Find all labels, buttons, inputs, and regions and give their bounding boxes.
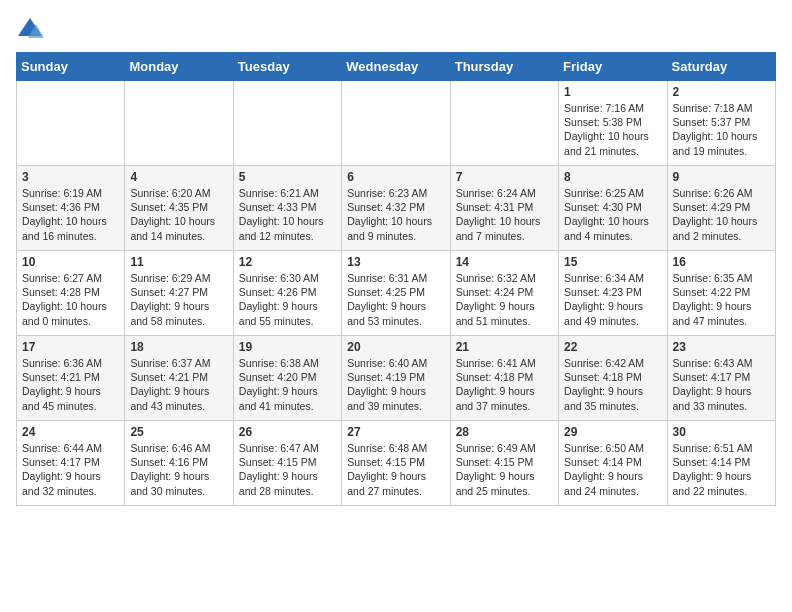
header-day-tuesday: Tuesday — [233, 53, 341, 81]
header-day-saturday: Saturday — [667, 53, 775, 81]
calendar-cell — [450, 81, 558, 166]
day-info: Sunrise: 6:35 AM Sunset: 4:22 PM Dayligh… — [673, 271, 770, 328]
calendar-cell: 13Sunrise: 6:31 AM Sunset: 4:25 PM Dayli… — [342, 251, 450, 336]
calendar-week-5: 24Sunrise: 6:44 AM Sunset: 4:17 PM Dayli… — [17, 421, 776, 506]
calendar-cell: 25Sunrise: 6:46 AM Sunset: 4:16 PM Dayli… — [125, 421, 233, 506]
calendar-cell: 5Sunrise: 6:21 AM Sunset: 4:33 PM Daylig… — [233, 166, 341, 251]
calendar-cell — [125, 81, 233, 166]
day-info: Sunrise: 6:41 AM Sunset: 4:18 PM Dayligh… — [456, 356, 553, 413]
day-number: 6 — [347, 170, 444, 184]
day-info: Sunrise: 6:48 AM Sunset: 4:15 PM Dayligh… — [347, 441, 444, 498]
calendar-cell: 30Sunrise: 6:51 AM Sunset: 4:14 PM Dayli… — [667, 421, 775, 506]
day-info: Sunrise: 6:47 AM Sunset: 4:15 PM Dayligh… — [239, 441, 336, 498]
day-number: 27 — [347, 425, 444, 439]
calendar-cell: 11Sunrise: 6:29 AM Sunset: 4:27 PM Dayli… — [125, 251, 233, 336]
calendar-cell — [233, 81, 341, 166]
day-number: 8 — [564, 170, 661, 184]
day-info: Sunrise: 6:51 AM Sunset: 4:14 PM Dayligh… — [673, 441, 770, 498]
day-number: 4 — [130, 170, 227, 184]
day-number: 11 — [130, 255, 227, 269]
day-info: Sunrise: 6:26 AM Sunset: 4:29 PM Dayligh… — [673, 186, 770, 243]
day-info: Sunrise: 6:31 AM Sunset: 4:25 PM Dayligh… — [347, 271, 444, 328]
day-info: Sunrise: 6:19 AM Sunset: 4:36 PM Dayligh… — [22, 186, 119, 243]
calendar-cell: 20Sunrise: 6:40 AM Sunset: 4:19 PM Dayli… — [342, 336, 450, 421]
day-info: Sunrise: 6:27 AM Sunset: 4:28 PM Dayligh… — [22, 271, 119, 328]
day-number: 19 — [239, 340, 336, 354]
calendar-cell: 17Sunrise: 6:36 AM Sunset: 4:21 PM Dayli… — [17, 336, 125, 421]
day-info: Sunrise: 6:38 AM Sunset: 4:20 PM Dayligh… — [239, 356, 336, 413]
day-number: 2 — [673, 85, 770, 99]
calendar-week-3: 10Sunrise: 6:27 AM Sunset: 4:28 PM Dayli… — [17, 251, 776, 336]
logo — [16, 16, 48, 44]
day-number: 14 — [456, 255, 553, 269]
day-number: 22 — [564, 340, 661, 354]
day-info: Sunrise: 6:40 AM Sunset: 4:19 PM Dayligh… — [347, 356, 444, 413]
calendar-week-4: 17Sunrise: 6:36 AM Sunset: 4:21 PM Dayli… — [17, 336, 776, 421]
day-number: 7 — [456, 170, 553, 184]
day-info: Sunrise: 6:20 AM Sunset: 4:35 PM Dayligh… — [130, 186, 227, 243]
day-info: Sunrise: 6:24 AM Sunset: 4:31 PM Dayligh… — [456, 186, 553, 243]
day-number: 12 — [239, 255, 336, 269]
calendar-cell: 9Sunrise: 6:26 AM Sunset: 4:29 PM Daylig… — [667, 166, 775, 251]
calendar-cell: 16Sunrise: 6:35 AM Sunset: 4:22 PM Dayli… — [667, 251, 775, 336]
day-info: Sunrise: 6:50 AM Sunset: 4:14 PM Dayligh… — [564, 441, 661, 498]
day-number: 1 — [564, 85, 661, 99]
calendar-cell: 19Sunrise: 6:38 AM Sunset: 4:20 PM Dayli… — [233, 336, 341, 421]
calendar-cell: 29Sunrise: 6:50 AM Sunset: 4:14 PM Dayli… — [559, 421, 667, 506]
calendar-cell: 23Sunrise: 6:43 AM Sunset: 4:17 PM Dayli… — [667, 336, 775, 421]
day-number: 30 — [673, 425, 770, 439]
day-info: Sunrise: 6:21 AM Sunset: 4:33 PM Dayligh… — [239, 186, 336, 243]
day-info: Sunrise: 6:43 AM Sunset: 4:17 PM Dayligh… — [673, 356, 770, 413]
day-number: 23 — [673, 340, 770, 354]
calendar-cell: 18Sunrise: 6:37 AM Sunset: 4:21 PM Dayli… — [125, 336, 233, 421]
day-number: 26 — [239, 425, 336, 439]
day-info: Sunrise: 6:29 AM Sunset: 4:27 PM Dayligh… — [130, 271, 227, 328]
header-day-thursday: Thursday — [450, 53, 558, 81]
day-info: Sunrise: 6:25 AM Sunset: 4:30 PM Dayligh… — [564, 186, 661, 243]
day-number: 5 — [239, 170, 336, 184]
calendar-cell: 28Sunrise: 6:49 AM Sunset: 4:15 PM Dayli… — [450, 421, 558, 506]
calendar-table: SundayMondayTuesdayWednesdayThursdayFrid… — [16, 52, 776, 506]
header-day-wednesday: Wednesday — [342, 53, 450, 81]
day-number: 18 — [130, 340, 227, 354]
header — [16, 16, 776, 44]
day-number: 28 — [456, 425, 553, 439]
day-info: Sunrise: 6:42 AM Sunset: 4:18 PM Dayligh… — [564, 356, 661, 413]
day-number: 20 — [347, 340, 444, 354]
day-number: 3 — [22, 170, 119, 184]
calendar-cell: 3Sunrise: 6:19 AM Sunset: 4:36 PM Daylig… — [17, 166, 125, 251]
calendar-cell: 21Sunrise: 6:41 AM Sunset: 4:18 PM Dayli… — [450, 336, 558, 421]
calendar-cell: 27Sunrise: 6:48 AM Sunset: 4:15 PM Dayli… — [342, 421, 450, 506]
calendar-cell: 22Sunrise: 6:42 AM Sunset: 4:18 PM Dayli… — [559, 336, 667, 421]
day-number: 15 — [564, 255, 661, 269]
calendar-cell: 2Sunrise: 7:18 AM Sunset: 5:37 PM Daylig… — [667, 81, 775, 166]
day-info: Sunrise: 6:49 AM Sunset: 4:15 PM Dayligh… — [456, 441, 553, 498]
day-info: Sunrise: 6:46 AM Sunset: 4:16 PM Dayligh… — [130, 441, 227, 498]
calendar-cell: 6Sunrise: 6:23 AM Sunset: 4:32 PM Daylig… — [342, 166, 450, 251]
calendar-cell: 26Sunrise: 6:47 AM Sunset: 4:15 PM Dayli… — [233, 421, 341, 506]
day-info: Sunrise: 7:18 AM Sunset: 5:37 PM Dayligh… — [673, 101, 770, 158]
day-number: 25 — [130, 425, 227, 439]
calendar-cell: 1Sunrise: 7:16 AM Sunset: 5:38 PM Daylig… — [559, 81, 667, 166]
header-day-friday: Friday — [559, 53, 667, 81]
day-number: 24 — [22, 425, 119, 439]
day-info: Sunrise: 6:44 AM Sunset: 4:17 PM Dayligh… — [22, 441, 119, 498]
calendar-cell: 15Sunrise: 6:34 AM Sunset: 4:23 PM Dayli… — [559, 251, 667, 336]
calendar-week-1: 1Sunrise: 7:16 AM Sunset: 5:38 PM Daylig… — [17, 81, 776, 166]
day-number: 13 — [347, 255, 444, 269]
day-info: Sunrise: 6:34 AM Sunset: 4:23 PM Dayligh… — [564, 271, 661, 328]
calendar-cell: 12Sunrise: 6:30 AM Sunset: 4:26 PM Dayli… — [233, 251, 341, 336]
day-info: Sunrise: 6:30 AM Sunset: 4:26 PM Dayligh… — [239, 271, 336, 328]
day-number: 29 — [564, 425, 661, 439]
day-number: 9 — [673, 170, 770, 184]
day-number: 10 — [22, 255, 119, 269]
calendar-week-2: 3Sunrise: 6:19 AM Sunset: 4:36 PM Daylig… — [17, 166, 776, 251]
day-info: Sunrise: 6:37 AM Sunset: 4:21 PM Dayligh… — [130, 356, 227, 413]
calendar-cell — [17, 81, 125, 166]
day-info: Sunrise: 6:32 AM Sunset: 4:24 PM Dayligh… — [456, 271, 553, 328]
calendar-cell — [342, 81, 450, 166]
header-day-monday: Monday — [125, 53, 233, 81]
header-day-sunday: Sunday — [17, 53, 125, 81]
day-number: 21 — [456, 340, 553, 354]
day-info: Sunrise: 6:36 AM Sunset: 4:21 PM Dayligh… — [22, 356, 119, 413]
